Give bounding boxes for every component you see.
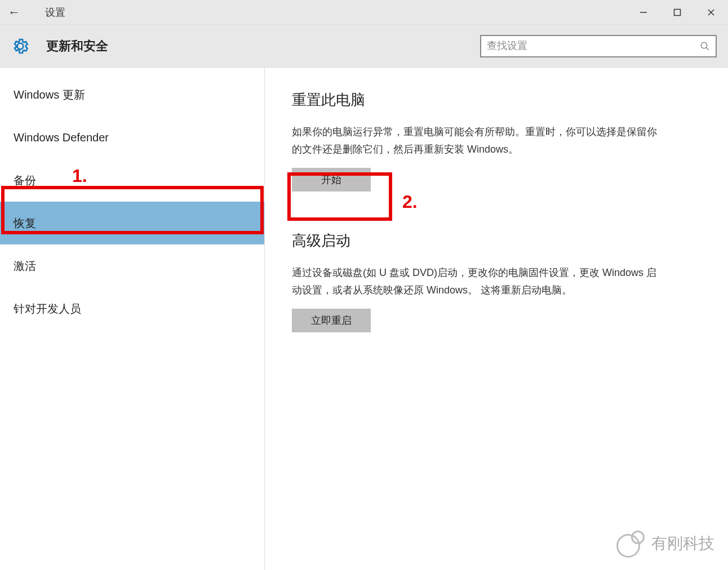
- page-heading: 更新和安全: [46, 38, 108, 55]
- minimize-button[interactable]: [627, 0, 660, 25]
- settings-sidebar: Windows 更新 Windows Defender 备份 恢复 激活 针对开…: [0, 68, 265, 570]
- advanced-startup-title: 高级启动: [292, 231, 701, 251]
- close-button[interactable]: [694, 0, 728, 25]
- content-pane: 重置此电脑 如果你的电脑运行异常，重置电脑可能会有所帮助。重置时，你可以选择是保…: [265, 68, 728, 570]
- reset-pc-description: 如果你的电脑运行异常，重置电脑可能会有所帮助。重置时，你可以选择是保留你的文件还…: [292, 123, 664, 158]
- reset-pc-start-button[interactable]: 开始: [292, 168, 371, 192]
- svg-line-5: [706, 47, 709, 50]
- sidebar-item-label: 激活: [14, 259, 36, 274]
- sidebar-item-label: Windows 更新: [14, 87, 85, 103]
- reset-pc-title: 重置此电脑: [292, 90, 701, 110]
- advanced-startup-section: 高级启动 通过设备或磁盘(如 U 盘或 DVD)启动，更改你的电脑固件设置，更改…: [292, 231, 701, 332]
- watermark-text: 有刚科技: [651, 533, 714, 554]
- wechat-icon: [616, 531, 642, 556]
- back-arrow-icon: ←: [8, 5, 20, 19]
- sidebar-item-recovery[interactable]: 恢复: [0, 202, 264, 244]
- back-button[interactable]: ←: [0, 5, 28, 20]
- sidebar-item-windows-update[interactable]: Windows 更新: [0, 73, 264, 116]
- svg-rect-1: [674, 9, 681, 15]
- sidebar-item-label: 恢复: [14, 216, 36, 231]
- settings-header: 更新和安全: [0, 25, 728, 68]
- sidebar-item-for-developers[interactable]: 针对开发人员: [0, 287, 264, 330]
- watermark: 有刚科技: [616, 531, 714, 556]
- sidebar-item-windows-defender[interactable]: Windows Defender: [0, 116, 264, 159]
- restart-now-button[interactable]: 立即重启: [292, 309, 371, 332]
- sidebar-item-label: 针对开发人员: [14, 301, 81, 317]
- sidebar-item-backup[interactable]: 备份: [0, 159, 264, 202]
- sidebar-item-label: 备份: [14, 173, 36, 188]
- svg-point-4: [701, 42, 707, 48]
- minimize-icon: [640, 8, 647, 16]
- window-title: 设置: [45, 6, 65, 19]
- search-box[interactable]: [480, 35, 717, 57]
- gear-icon: [11, 37, 29, 55]
- maximize-icon: [673, 8, 681, 16]
- close-icon: [707, 8, 715, 16]
- maximize-button[interactable]: [660, 0, 694, 25]
- advanced-startup-description: 通过设备或磁盘(如 U 盘或 DVD)启动，更改你的电脑固件设置，更改 Wind…: [292, 264, 664, 299]
- search-input[interactable]: [487, 40, 700, 52]
- sidebar-item-activation[interactable]: 激活: [0, 244, 264, 287]
- search-icon: [700, 41, 710, 51]
- window-titlebar: ← 设置: [0, 0, 728, 25]
- sidebar-item-label: Windows Defender: [14, 131, 109, 144]
- reset-pc-section: 重置此电脑 如果你的电脑运行异常，重置电脑可能会有所帮助。重置时，你可以选择是保…: [292, 90, 701, 192]
